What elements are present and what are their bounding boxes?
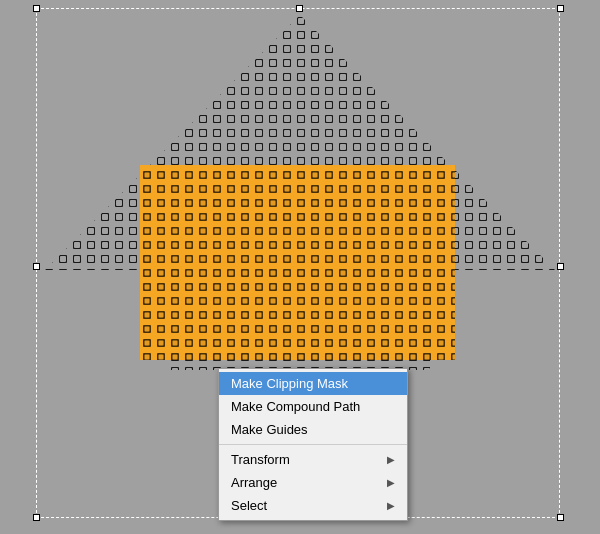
menu-item-make-guides[interactable]: Make Guides xyxy=(219,418,407,441)
handle-mid-right[interactable] xyxy=(557,263,564,270)
menu-item-make-compound-path[interactable]: Make Compound Path xyxy=(219,395,407,418)
transform-arrow-icon: ▶ xyxy=(387,454,395,465)
handle-mid-left[interactable] xyxy=(33,263,40,270)
menu-separator-1 xyxy=(219,444,407,445)
handle-bottom-right[interactable] xyxy=(557,514,564,521)
arrange-arrow-icon: ▶ xyxy=(387,477,395,488)
handle-bottom-left[interactable] xyxy=(33,514,40,521)
menu-item-select[interactable]: Select ▶ xyxy=(219,494,407,517)
handle-top-left[interactable] xyxy=(33,5,40,12)
svg-rect-7 xyxy=(140,165,455,360)
menu-item-make-clipping-mask[interactable]: Make Clipping Mask xyxy=(219,372,407,395)
canvas-area: Make Clipping Mask Make Compound Path Ma… xyxy=(0,0,600,534)
select-arrow-icon: ▶ xyxy=(387,500,395,511)
svg-marker-6 xyxy=(45,15,555,370)
handle-top-right[interactable] xyxy=(557,5,564,12)
menu-item-arrange[interactable]: Arrange ▶ xyxy=(219,471,407,494)
handle-top-mid[interactable] xyxy=(296,5,303,12)
context-menu: Make Clipping Mask Make Compound Path Ma… xyxy=(218,368,408,521)
menu-item-transform[interactable]: Transform ▶ xyxy=(219,448,407,471)
